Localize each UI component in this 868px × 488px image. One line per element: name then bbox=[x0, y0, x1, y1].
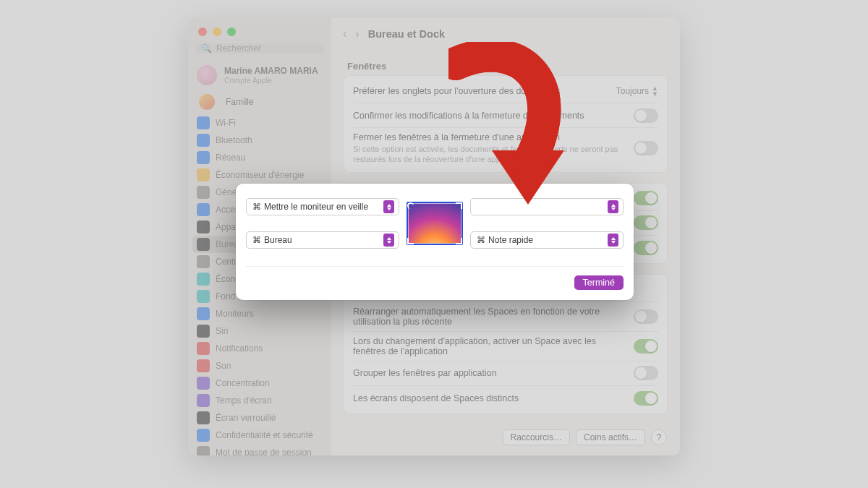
closewin-row: Fermer les fenêtres à la fermeture d'une… bbox=[353, 128, 658, 169]
sidebar-item[interactable]: Moniteurs bbox=[188, 305, 331, 322]
close-button[interactable] bbox=[198, 27, 207, 36]
separate-label: Les écrans disposent de Spaces distincts bbox=[353, 393, 626, 403]
group-row: Grouper les fenêtres par application bbox=[353, 361, 658, 386]
avatar bbox=[197, 65, 217, 85]
confirm-label: Confirmer les modifications à la fermetu… bbox=[353, 111, 626, 121]
sidebar-icon bbox=[197, 221, 210, 234]
sidebar-icon bbox=[197, 394, 210, 407]
cmd-icon: ⌘ bbox=[252, 202, 261, 212]
family-row[interactable]: Famille bbox=[188, 90, 331, 114]
rearrange-label: Réarranger automatiquement les Spaces en… bbox=[353, 307, 626, 327]
corner-bottom-left-select[interactable]: ⌘ Bureau bbox=[246, 231, 399, 249]
minimize-button[interactable] bbox=[213, 27, 221, 36]
sidebar-item[interactable]: Écran verrouillé bbox=[188, 409, 331, 427]
corner-bottom-right-select[interactable]: ⌘ Note rapide bbox=[470, 231, 624, 249]
closewin-label: Fermer les fenêtres à la fermeture d'une… bbox=[353, 132, 626, 142]
tabs-select[interactable]: Toujours ▲▼ bbox=[616, 85, 658, 97]
sidebar-label: Moniteurs bbox=[216, 309, 254, 319]
sidebar-item[interactable]: Concentration bbox=[188, 374, 331, 392]
back-button[interactable]: ‹ bbox=[343, 27, 346, 40]
titlebar: ‹ › Bureau et Dock bbox=[331, 17, 680, 51]
sidebar-label: Siri bbox=[216, 326, 228, 336]
sidebar-icon bbox=[197, 203, 210, 216]
sidebar-icon bbox=[197, 429, 210, 442]
user-name: Marine AMARO MARIA bbox=[224, 66, 318, 76]
sidebar-item[interactable]: Mot de passe de session bbox=[188, 444, 331, 455]
confirm-toggle[interactable] bbox=[634, 108, 658, 123]
sidebar-icon bbox=[197, 290, 210, 303]
search-placeholder: Rechercher bbox=[216, 43, 261, 53]
corner-top-left-select[interactable]: ⌘ Mettre le moniteur en veille bbox=[246, 198, 399, 215]
window-controls bbox=[188, 25, 331, 43]
group-toggle[interactable] bbox=[634, 366, 658, 380]
sidebar-icon bbox=[197, 307, 210, 320]
corner-top-right-select[interactable] bbox=[470, 198, 624, 215]
separate-toggle[interactable] bbox=[634, 391, 658, 406]
page-title: Bureau et Dock bbox=[368, 28, 445, 40]
sidebar-icon bbox=[197, 186, 210, 199]
sidebar-icon bbox=[197, 134, 210, 147]
sidebar-label: Bluetooth bbox=[216, 135, 252, 145]
switch-row: Lors du changement d'application, active… bbox=[353, 332, 658, 361]
sidebar-label: Wi-Fi bbox=[216, 118, 236, 128]
sidebar-icon bbox=[197, 359, 210, 372]
help-button[interactable]: ? bbox=[651, 429, 667, 445]
sidebar-icon bbox=[197, 116, 210, 129]
sidebar-item[interactable]: Réseau bbox=[188, 149, 331, 166]
sidebar-icon bbox=[197, 168, 210, 181]
windows-section-header: Fenêtres bbox=[344, 53, 667, 76]
rearrange-toggle[interactable] bbox=[634, 309, 658, 324]
sidebar-item[interactable]: Siri bbox=[188, 322, 331, 340]
sidebar-item[interactable]: Confidentialité et sécurité bbox=[188, 427, 331, 444]
stage-toggle-2[interactable] bbox=[634, 215, 658, 230]
switch-toggle[interactable] bbox=[634, 339, 658, 354]
cmd-icon: ⌘ bbox=[252, 235, 261, 245]
tabs-label: Préférer les onglets pour l'ouverture de… bbox=[353, 86, 609, 96]
cmd-icon: ⌘ bbox=[477, 235, 485, 245]
corner-bl-value: Bureau bbox=[264, 235, 292, 245]
sidebar-label: Confidentialité et sécurité bbox=[216, 430, 313, 440]
sidebar-label: Temps d'écran bbox=[216, 395, 272, 406]
stepper-icon bbox=[383, 234, 394, 247]
sidebar-icon bbox=[197, 377, 210, 390]
sidebar-label: Écran verrouillé bbox=[216, 413, 276, 423]
hot-corners-sheet: ⌘ Mettre le moniteur en veille ⌘ Bureau … bbox=[236, 184, 634, 300]
family-label: Famille bbox=[226, 97, 254, 107]
sidebar-item[interactable]: Notifications bbox=[188, 340, 331, 357]
closewin-sub: Si cette option est activée, les documen… bbox=[353, 144, 626, 165]
search-input[interactable]: 🔍 Rechercher bbox=[195, 43, 324, 53]
tabs-row: Préférer les onglets pour l'ouverture de… bbox=[353, 79, 658, 103]
sidebar-item[interactable]: Temps d'écran bbox=[188, 392, 331, 409]
apple-id-row[interactable]: Marine AMARO MARIA Compte Apple bbox=[188, 61, 331, 90]
sidebar-label: Économiseur d'énergie bbox=[216, 170, 304, 180]
sidebar-icon bbox=[197, 151, 210, 164]
switch-label: Lors du changement d'application, active… bbox=[353, 336, 626, 356]
hot-corners-button[interactable]: Coins actifs… bbox=[576, 429, 645, 445]
shortcuts-button[interactable]: Raccourcis… bbox=[503, 429, 570, 445]
sidebar-item[interactable]: Économiseur d'énergie bbox=[188, 166, 331, 184]
stage-toggle-1[interactable] bbox=[634, 191, 658, 205]
sidebar-label: Réseau bbox=[216, 153, 245, 163]
corner-tl-value: Mettre le moniteur en veille bbox=[264, 202, 368, 212]
stepper-icon bbox=[383, 200, 394, 213]
sidebar-icon bbox=[197, 238, 210, 251]
family-icon bbox=[199, 94, 215, 110]
search-icon: 🔍 bbox=[201, 43, 212, 53]
sidebar-icon bbox=[197, 273, 210, 286]
windows-card: Préférer les onglets pour l'ouverture de… bbox=[344, 76, 667, 172]
sidebar-label: Mot de passe de session bbox=[216, 448, 312, 455]
stepper-icon bbox=[608, 200, 618, 213]
closewin-toggle[interactable] bbox=[634, 141, 658, 155]
sidebar-icon bbox=[197, 446, 210, 455]
sidebar-item[interactable]: Son bbox=[188, 357, 331, 374]
stage-toggle-3[interactable] bbox=[634, 241, 658, 255]
zoom-button[interactable] bbox=[227, 27, 236, 36]
footer-buttons: Raccourcis… Coins actifs… ? bbox=[344, 425, 667, 445]
sidebar-icon bbox=[197, 342, 210, 355]
sidebar-label: Notifications bbox=[216, 343, 263, 354]
sidebar-item[interactable]: Bluetooth bbox=[188, 132, 331, 149]
sidebar-item[interactable]: Wi-Fi bbox=[188, 114, 331, 132]
done-button[interactable]: Terminé bbox=[574, 275, 624, 290]
confirm-row: Confirmer les modifications à la fermetu… bbox=[353, 103, 658, 128]
forward-button[interactable]: › bbox=[355, 27, 359, 40]
